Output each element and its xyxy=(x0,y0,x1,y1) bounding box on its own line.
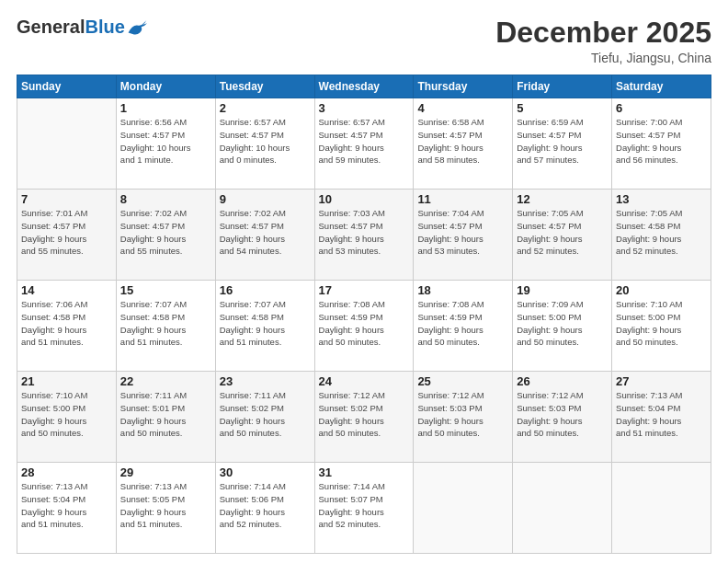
location: Tiefu, Jiangsu, China xyxy=(495,51,711,65)
day-info: Sunrise: 7:06 AMSunset: 4:58 PMDaylight:… xyxy=(21,298,112,349)
day-info: Sunrise: 7:08 AMSunset: 4:59 PMDaylight:… xyxy=(417,298,508,349)
col-header-saturday: Saturday xyxy=(612,75,711,98)
day-info: Sunrise: 7:11 AMSunset: 5:01 PMDaylight:… xyxy=(120,389,211,440)
logo-text: GeneralBlue xyxy=(17,17,147,38)
page: GeneralBlue December 2025 Tiefu, Jiangsu… xyxy=(0,0,728,563)
day-number: 16 xyxy=(220,283,311,297)
day-number: 13 xyxy=(616,192,707,206)
day-number: 9 xyxy=(220,192,311,206)
col-header-tuesday: Tuesday xyxy=(215,75,314,98)
calendar-cell: 31Sunrise: 7:14 AMSunset: 5:07 PMDayligh… xyxy=(314,463,414,554)
day-info: Sunrise: 6:57 AMSunset: 4:57 PMDaylight:… xyxy=(220,116,311,167)
calendar-table: SundayMondayTuesdayWednesdayThursdayFrid… xyxy=(17,75,711,554)
day-number: 25 xyxy=(417,374,508,388)
day-info: Sunrise: 7:13 AMSunset: 5:04 PMDaylight:… xyxy=(21,480,112,531)
calendar-cell: 24Sunrise: 7:12 AMSunset: 5:02 PMDayligh… xyxy=(314,372,414,463)
calendar-cell: 16Sunrise: 7:07 AMSunset: 4:58 PMDayligh… xyxy=(215,281,314,372)
day-number: 1 xyxy=(120,101,211,115)
calendar-cell: 14Sunrise: 7:06 AMSunset: 4:58 PMDayligh… xyxy=(17,281,117,372)
day-info: Sunrise: 6:59 AMSunset: 4:57 PMDaylight:… xyxy=(517,116,608,167)
day-info: Sunrise: 7:02 AMSunset: 4:57 PMDaylight:… xyxy=(120,207,211,258)
calendar-cell: 12Sunrise: 7:05 AMSunset: 4:57 PMDayligh… xyxy=(513,190,612,281)
logo-blue: Blue xyxy=(85,17,124,38)
day-number: 8 xyxy=(120,192,211,206)
day-number: 23 xyxy=(220,374,311,388)
calendar-cell: 17Sunrise: 7:08 AMSunset: 4:59 PMDayligh… xyxy=(314,281,414,372)
calendar-cell: 15Sunrise: 7:07 AMSunset: 4:58 PMDayligh… xyxy=(116,281,215,372)
day-number: 4 xyxy=(417,101,508,115)
logo: GeneralBlue xyxy=(17,17,147,38)
day-info: Sunrise: 7:12 AMSunset: 5:03 PMDaylight:… xyxy=(517,389,608,440)
day-info: Sunrise: 7:02 AMSunset: 4:57 PMDaylight:… xyxy=(220,207,311,258)
calendar-cell xyxy=(513,463,612,554)
day-number: 17 xyxy=(319,283,410,297)
day-info: Sunrise: 7:11 AMSunset: 5:02 PMDaylight:… xyxy=(220,389,311,440)
day-info: Sunrise: 6:58 AMSunset: 4:57 PMDaylight:… xyxy=(417,116,508,167)
calendar-cell: 28Sunrise: 7:13 AMSunset: 5:04 PMDayligh… xyxy=(17,463,117,554)
calendar-cell: 27Sunrise: 7:13 AMSunset: 5:04 PMDayligh… xyxy=(612,372,711,463)
day-info: Sunrise: 7:08 AMSunset: 4:59 PMDaylight:… xyxy=(319,298,410,349)
day-number: 11 xyxy=(417,192,508,206)
day-info: Sunrise: 7:04 AMSunset: 4:57 PMDaylight:… xyxy=(417,207,508,258)
calendar-cell: 6Sunrise: 7:00 AMSunset: 4:57 PMDaylight… xyxy=(612,98,711,190)
day-number: 24 xyxy=(319,374,410,388)
day-info: Sunrise: 7:14 AMSunset: 5:07 PMDaylight:… xyxy=(319,480,410,531)
day-number: 3 xyxy=(319,101,410,115)
day-number: 21 xyxy=(21,374,112,388)
col-header-thursday: Thursday xyxy=(414,75,513,98)
day-number: 30 xyxy=(220,465,311,479)
day-number: 26 xyxy=(517,374,608,388)
calendar-cell: 23Sunrise: 7:11 AMSunset: 5:02 PMDayligh… xyxy=(215,372,314,463)
day-info: Sunrise: 7:14 AMSunset: 5:06 PMDaylight:… xyxy=(220,480,311,531)
day-number: 29 xyxy=(120,465,211,479)
calendar-cell: 2Sunrise: 6:57 AMSunset: 4:57 PMDaylight… xyxy=(215,98,314,190)
calendar-cell xyxy=(414,463,513,554)
col-header-friday: Friday xyxy=(513,75,612,98)
day-number: 15 xyxy=(120,283,211,297)
calendar-cell: 26Sunrise: 7:12 AMSunset: 5:03 PMDayligh… xyxy=(513,372,612,463)
day-info: Sunrise: 7:00 AMSunset: 4:57 PMDaylight:… xyxy=(616,116,707,167)
calendar-cell: 7Sunrise: 7:01 AMSunset: 4:57 PMDaylight… xyxy=(17,190,117,281)
calendar-cell: 25Sunrise: 7:12 AMSunset: 5:03 PMDayligh… xyxy=(414,372,513,463)
day-info: Sunrise: 7:07 AMSunset: 4:58 PMDaylight:… xyxy=(120,298,211,349)
calendar-cell: 5Sunrise: 6:59 AMSunset: 4:57 PMDaylight… xyxy=(513,98,612,190)
logo-general: General xyxy=(17,17,85,38)
day-info: Sunrise: 7:05 AMSunset: 4:57 PMDaylight:… xyxy=(517,207,608,258)
day-number: 14 xyxy=(21,283,112,297)
day-info: Sunrise: 7:12 AMSunset: 5:03 PMDaylight:… xyxy=(417,389,508,440)
calendar-cell: 9Sunrise: 7:02 AMSunset: 4:57 PMDaylight… xyxy=(215,190,314,281)
day-info: Sunrise: 6:57 AMSunset: 4:57 PMDaylight:… xyxy=(319,116,410,167)
day-number: 27 xyxy=(616,374,707,388)
calendar-cell: 29Sunrise: 7:13 AMSunset: 5:05 PMDayligh… xyxy=(116,463,215,554)
day-info: Sunrise: 7:09 AMSunset: 5:00 PMDaylight:… xyxy=(517,298,608,349)
col-header-wednesday: Wednesday xyxy=(314,75,414,98)
calendar-cell: 20Sunrise: 7:10 AMSunset: 5:00 PMDayligh… xyxy=(612,281,711,372)
logo-bird-icon xyxy=(127,19,147,36)
col-header-monday: Monday xyxy=(116,75,215,98)
calendar-cell xyxy=(17,98,117,190)
day-info: Sunrise: 7:10 AMSunset: 5:00 PMDaylight:… xyxy=(21,389,112,440)
day-info: Sunrise: 7:07 AMSunset: 4:58 PMDaylight:… xyxy=(220,298,311,349)
col-header-sunday: Sunday xyxy=(17,75,117,98)
calendar-cell: 11Sunrise: 7:04 AMSunset: 4:57 PMDayligh… xyxy=(414,190,513,281)
day-info: Sunrise: 7:10 AMSunset: 5:00 PMDaylight:… xyxy=(616,298,707,349)
day-number: 19 xyxy=(517,283,608,297)
header: GeneralBlue December 2025 Tiefu, Jiangsu… xyxy=(17,17,711,65)
day-number: 5 xyxy=(517,101,608,115)
calendar-cell: 4Sunrise: 6:58 AMSunset: 4:57 PMDaylight… xyxy=(414,98,513,190)
day-number: 28 xyxy=(21,465,112,479)
day-info: Sunrise: 7:05 AMSunset: 4:58 PMDaylight:… xyxy=(616,207,707,258)
calendar-cell: 19Sunrise: 7:09 AMSunset: 5:00 PMDayligh… xyxy=(513,281,612,372)
day-number: 31 xyxy=(319,465,410,479)
day-info: Sunrise: 7:03 AMSunset: 4:57 PMDaylight:… xyxy=(319,207,410,258)
calendar-cell: 3Sunrise: 6:57 AMSunset: 4:57 PMDaylight… xyxy=(314,98,414,190)
day-number: 22 xyxy=(120,374,211,388)
day-info: Sunrise: 7:13 AMSunset: 5:05 PMDaylight:… xyxy=(120,480,211,531)
calendar-cell: 22Sunrise: 7:11 AMSunset: 5:01 PMDayligh… xyxy=(116,372,215,463)
day-info: Sunrise: 7:12 AMSunset: 5:02 PMDaylight:… xyxy=(319,389,410,440)
day-info: Sunrise: 7:01 AMSunset: 4:57 PMDaylight:… xyxy=(21,207,112,258)
calendar-cell: 1Sunrise: 6:56 AMSunset: 4:57 PMDaylight… xyxy=(116,98,215,190)
day-number: 20 xyxy=(616,283,707,297)
day-info: Sunrise: 7:13 AMSunset: 5:04 PMDaylight:… xyxy=(616,389,707,440)
calendar-cell xyxy=(612,463,711,554)
